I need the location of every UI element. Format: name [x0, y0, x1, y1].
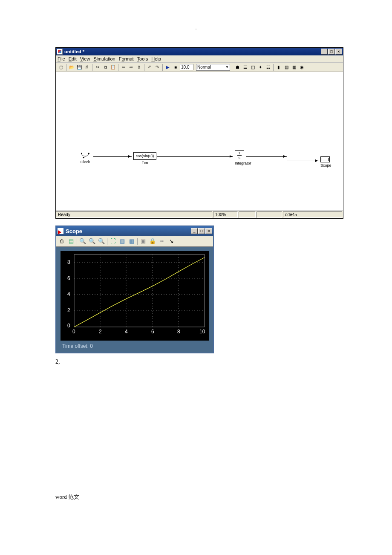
close-button[interactable]: ×	[335, 49, 342, 55]
library-browser-icon[interactable]: ▮	[275, 64, 282, 71]
fcn-label: Fcn	[133, 161, 156, 165]
new-icon[interactable]: ▢	[58, 64, 64, 71]
integrator-num: 1	[238, 151, 240, 155]
xtick-0: 0	[72, 329, 75, 335]
scope-close-button[interactable]: ×	[205, 228, 212, 234]
status-blank2	[257, 211, 282, 218]
forward-icon[interactable]: ⇨	[128, 64, 135, 71]
wire-integrator-scope-h	[246, 156, 287, 157]
scope-title: Scope	[66, 228, 82, 234]
cut-icon[interactable]: ✂	[94, 64, 101, 71]
save-axes-icon[interactable]: ▥	[118, 237, 127, 246]
integrator-label: Integrator	[235, 161, 251, 165]
simulink-toolbar: ▢ 📂 💾 ⎙ ✂ ⧉ 📋 ⇦ ⇨ ⇧ ↶ ↷ ▶ ■ 10.0 Normal …	[56, 63, 343, 72]
scope-app-icon	[57, 228, 64, 234]
print-icon[interactable]: ⎙	[57, 237, 66, 246]
xtick-4: 4	[125, 329, 128, 335]
undo-icon[interactable]: ↶	[146, 64, 153, 71]
menu-help[interactable]: Help	[151, 56, 161, 61]
scope-toolbar: ⎙ ▤ 🔍 🔍 🔍 ⛶ ▥ ▥ ▣ 🔒 ╍ ↘	[56, 236, 213, 247]
copy-icon[interactable]: ⧉	[102, 64, 109, 71]
scope-maximize-button[interactable]: □	[198, 228, 205, 234]
xtick-8: 8	[177, 329, 180, 335]
mode-select[interactable]: Normal ▼	[196, 64, 230, 71]
tool-b-icon[interactable]: ☰	[242, 64, 248, 71]
open-icon[interactable]: 📂	[68, 64, 75, 71]
menu-view[interactable]: View	[80, 56, 90, 61]
paste-icon[interactable]: 📋	[110, 64, 116, 71]
float-icon[interactable]: ▣	[138, 237, 148, 246]
simulink-statusbar: Ready 100% ode45	[56, 211, 343, 218]
parameters-icon[interactable]: ▤	[66, 237, 76, 246]
tool-d-icon[interactable]: ✦	[257, 64, 264, 71]
scope-time-offset: Time offset: 0	[61, 341, 209, 350]
redo-icon[interactable]: ↷	[154, 64, 161, 71]
status-blank1	[239, 211, 256, 218]
model-explorer-icon[interactable]: ▤	[283, 64, 290, 71]
ytick-0: 0	[67, 323, 70, 329]
menu-edit[interactable]: Edit	[69, 56, 77, 61]
mode-value: Normal	[197, 65, 211, 69]
menu-tools[interactable]: Tools	[137, 56, 148, 61]
tool-a-icon[interactable]: ☗	[234, 64, 241, 71]
simulink-titlebar[interactable]: untitled * _ □ ×	[56, 48, 343, 55]
integrator-den: s	[239, 156, 241, 159]
scope-block[interactable]: Scope	[320, 156, 331, 168]
stop-icon[interactable]: ■	[172, 64, 179, 71]
menu-file[interactable]: File	[58, 56, 65, 61]
help-arrow-icon[interactable]: ↘	[167, 237, 176, 246]
caption-2: 2,	[55, 358, 337, 365]
start-icon[interactable]: ▶	[164, 64, 171, 71]
status-pct: 100%	[213, 211, 238, 218]
simulink-canvas[interactable]: Clock cos(sin(u)) Fcn 1 s Integrator	[56, 72, 343, 211]
print-icon[interactable]: ⎙	[84, 64, 90, 71]
simulink-window: untitled * _ □ × File Edit View Simulati…	[55, 47, 343, 219]
chevron-down-icon: ▼	[225, 65, 229, 69]
debugger-icon[interactable]: ▦	[291, 64, 297, 71]
lock-icon[interactable]: 🔒	[148, 237, 157, 246]
zoom-icon[interactable]: 🔍	[78, 237, 87, 246]
target-icon[interactable]: ◉	[298, 64, 305, 71]
wire-integrator-scope-v	[287, 156, 287, 161]
wire-clock-fcn	[93, 156, 132, 157]
clock-block[interactable]: Clock	[79, 152, 91, 164]
menu-simulation[interactable]: Simulation	[93, 56, 115, 61]
wire-fcn-integrator	[157, 156, 233, 157]
fcn-block[interactable]: cos(sin(u)) Fcn	[133, 152, 156, 165]
wire-scope-in	[287, 161, 319, 161]
scope-minimize-button[interactable]: _	[191, 228, 198, 234]
status-ready: Ready	[56, 211, 212, 218]
xtick-2: 2	[99, 329, 102, 335]
stop-time-input[interactable]: 10.0	[180, 64, 193, 70]
ytick-2: 2	[67, 307, 70, 313]
ytick-4: 4	[67, 291, 70, 297]
save-icon[interactable]: 💾	[76, 64, 83, 71]
tool-c-icon[interactable]: ◫	[249, 64, 256, 71]
scope-label: Scope	[320, 163, 331, 168]
status-solver: ode45	[283, 211, 342, 218]
integrator-block[interactable]: 1 s Integrator	[235, 150, 251, 165]
zoom-y-icon[interactable]: 🔍	[97, 237, 106, 246]
svg-point-2	[83, 157, 84, 159]
tool-e-icon[interactable]: ☷	[265, 64, 271, 71]
menu-format[interactable]: Format	[119, 56, 134, 61]
back-icon[interactable]: ⇦	[120, 64, 127, 71]
scope-plot[interactable]: 0 2 4 6 8 0 2 4 6 8 10	[61, 251, 209, 341]
simulink-app-icon	[57, 49, 63, 55]
up-icon[interactable]: ⇧	[135, 64, 142, 71]
page-footer: word 范文	[55, 493, 337, 501]
restore-axes-icon[interactable]: ▥	[127, 237, 136, 246]
simulink-menubar: File Edit View Simulation Format Tools H…	[56, 55, 343, 63]
simulink-title: untitled *	[64, 49, 84, 54]
signal-selector-icon[interactable]: ╍	[157, 237, 167, 246]
clock-label: Clock	[79, 160, 91, 164]
ytick-8: 8	[67, 259, 70, 265]
zoom-x-icon[interactable]: 🔍	[87, 237, 97, 246]
maximize-button[interactable]: □	[328, 49, 335, 55]
xtick-10: 10	[199, 329, 205, 335]
fcn-expr: cos(sin(u))	[133, 152, 156, 160]
scope-titlebar[interactable]: Scope _ □ ×	[56, 226, 213, 236]
minimize-button[interactable]: _	[321, 49, 328, 55]
autoscale-icon[interactable]: ⛶	[108, 237, 118, 246]
xtick-6: 6	[151, 329, 154, 335]
